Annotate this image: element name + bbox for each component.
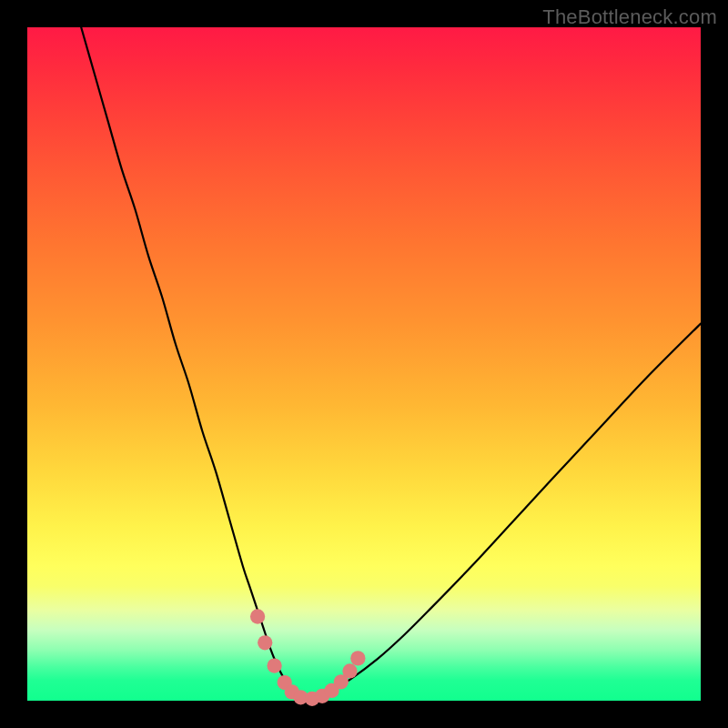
curve-markers: [250, 609, 366, 706]
watermark-text: TheBottleneck.com: [542, 5, 717, 29]
curve-marker: [258, 635, 272, 650]
curve-marker: [267, 658, 281, 672]
curve-marker: [350, 651, 365, 665]
curve-marker: [342, 663, 357, 678]
curve-layer: [27, 27, 701, 701]
plot-area: [27, 27, 701, 701]
chart-frame: TheBottleneck.com: [0, 0, 728, 728]
bottleneck-curve: [81, 27, 701, 701]
curve-marker: [250, 609, 265, 623]
